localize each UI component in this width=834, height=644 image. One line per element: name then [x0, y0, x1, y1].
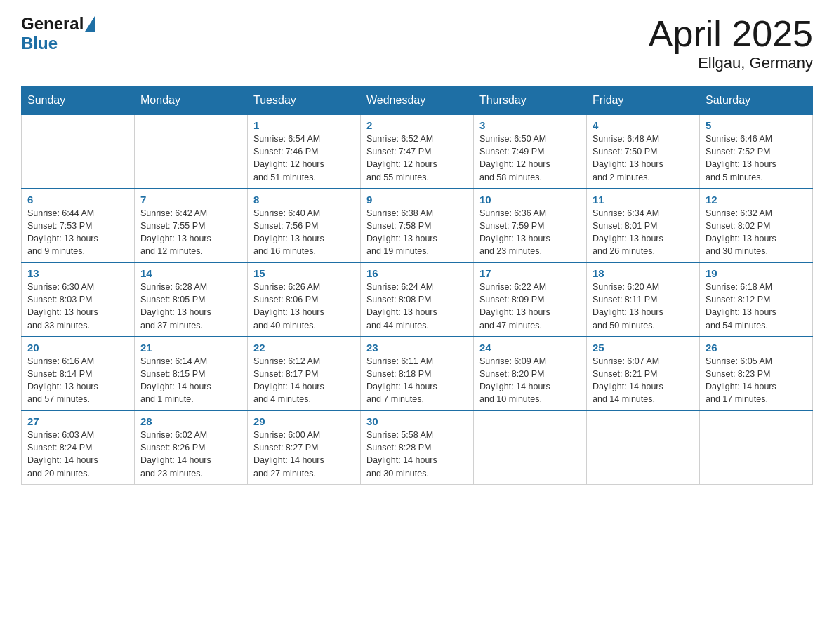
day-number: 3	[479, 119, 581, 131]
calendar-cell: 20Sunrise: 6:16 AM Sunset: 8:14 PM Dayli…	[22, 337, 135, 411]
day-number: 28	[140, 415, 241, 427]
calendar-cell	[587, 410, 700, 484]
page-header: General Blue April 2025 Ellgau, Germany	[21, 14, 813, 72]
day-info: Sunrise: 6:24 AM Sunset: 8:08 PM Dayligh…	[366, 281, 468, 332]
calendar-cell	[474, 410, 587, 484]
calendar-cell: 9Sunrise: 6:38 AM Sunset: 7:58 PM Daylig…	[361, 189, 474, 263]
day-number: 24	[479, 342, 581, 354]
calendar-cell: 23Sunrise: 6:11 AM Sunset: 8:18 PM Dayli…	[361, 337, 474, 411]
week-row-4: 20Sunrise: 6:16 AM Sunset: 8:14 PM Dayli…	[22, 337, 813, 411]
day-info: Sunrise: 6:03 AM Sunset: 8:24 PM Dayligh…	[27, 429, 128, 480]
week-row-1: 1Sunrise: 6:54 AM Sunset: 7:46 PM Daylig…	[22, 114, 813, 189]
calendar-cell: 24Sunrise: 6:09 AM Sunset: 8:20 PM Dayli…	[474, 337, 587, 411]
day-number: 11	[593, 194, 694, 206]
weekday-header-friday: Friday	[587, 87, 700, 115]
day-info: Sunrise: 6:42 AM Sunset: 7:55 PM Dayligh…	[140, 207, 241, 258]
day-info: Sunrise: 6:14 AM Sunset: 8:15 PM Dayligh…	[140, 355, 241, 406]
day-info: Sunrise: 6:07 AM Sunset: 8:21 PM Dayligh…	[593, 355, 694, 406]
week-row-3: 13Sunrise: 6:30 AM Sunset: 8:03 PM Dayli…	[22, 262, 813, 337]
day-number: 22	[253, 342, 355, 354]
day-info: Sunrise: 6:36 AM Sunset: 7:59 PM Dayligh…	[479, 207, 581, 258]
day-info: Sunrise: 6:05 AM Sunset: 8:23 PM Dayligh…	[706, 355, 807, 406]
day-number: 21	[140, 342, 241, 354]
day-number: 15	[253, 267, 355, 279]
calendar-cell: 12Sunrise: 6:32 AM Sunset: 8:02 PM Dayli…	[700, 189, 813, 263]
calendar-cell	[22, 114, 135, 189]
day-number: 17	[479, 267, 581, 279]
weekday-header-thursday: Thursday	[474, 87, 587, 115]
month-title: April 2025	[649, 14, 813, 54]
location-title: Ellgau, Germany	[649, 54, 813, 72]
day-number: 25	[593, 342, 694, 354]
calendar-cell: 3Sunrise: 6:50 AM Sunset: 7:49 PM Daylig…	[474, 114, 587, 189]
day-info: Sunrise: 6:11 AM Sunset: 8:18 PM Dayligh…	[366, 355, 468, 406]
calendar-cell: 28Sunrise: 6:02 AM Sunset: 8:26 PM Dayli…	[135, 410, 248, 484]
weekday-header-wednesday: Wednesday	[361, 87, 474, 115]
calendar-cell: 5Sunrise: 6:46 AM Sunset: 7:52 PM Daylig…	[700, 114, 813, 189]
calendar-cell: 11Sunrise: 6:34 AM Sunset: 8:01 PM Dayli…	[587, 189, 700, 263]
calendar-cell: 27Sunrise: 6:03 AM Sunset: 8:24 PM Dayli…	[22, 410, 135, 484]
day-number: 9	[366, 194, 468, 206]
logo: General Blue	[21, 14, 96, 53]
day-number: 12	[706, 194, 807, 206]
day-number: 18	[593, 267, 694, 279]
day-number: 6	[27, 194, 128, 206]
day-info: Sunrise: 6:48 AM Sunset: 7:50 PM Dayligh…	[593, 133, 694, 184]
calendar-cell: 6Sunrise: 6:44 AM Sunset: 7:53 PM Daylig…	[22, 189, 135, 263]
day-info: Sunrise: 6:16 AM Sunset: 8:14 PM Dayligh…	[27, 355, 128, 406]
day-number: 27	[27, 415, 128, 427]
calendar-cell: 19Sunrise: 6:18 AM Sunset: 8:12 PM Dayli…	[700, 262, 813, 337]
calendar-cell: 26Sunrise: 6:05 AM Sunset: 8:23 PM Dayli…	[700, 337, 813, 411]
day-info: Sunrise: 6:00 AM Sunset: 8:27 PM Dayligh…	[253, 429, 355, 480]
day-info: Sunrise: 6:44 AM Sunset: 7:53 PM Dayligh…	[27, 207, 128, 258]
calendar-cell: 29Sunrise: 6:00 AM Sunset: 8:27 PM Dayli…	[248, 410, 361, 484]
day-info: Sunrise: 6:32 AM Sunset: 8:02 PM Dayligh…	[706, 207, 807, 258]
weekday-header-row: SundayMondayTuesdayWednesdayThursdayFrid…	[22, 87, 813, 115]
calendar-cell: 16Sunrise: 6:24 AM Sunset: 8:08 PM Dayli…	[361, 262, 474, 337]
calendar-cell: 7Sunrise: 6:42 AM Sunset: 7:55 PM Daylig…	[135, 189, 248, 263]
day-info: Sunrise: 5:58 AM Sunset: 8:28 PM Dayligh…	[366, 429, 468, 480]
day-number: 30	[366, 415, 468, 427]
day-info: Sunrise: 6:20 AM Sunset: 8:11 PM Dayligh…	[593, 281, 694, 332]
logo-general-text: General	[21, 14, 84, 34]
calendar-cell: 30Sunrise: 5:58 AM Sunset: 8:28 PM Dayli…	[361, 410, 474, 484]
day-number: 7	[140, 194, 241, 206]
calendar-cell: 14Sunrise: 6:28 AM Sunset: 8:05 PM Dayli…	[135, 262, 248, 337]
calendar-cell: 13Sunrise: 6:30 AM Sunset: 8:03 PM Dayli…	[22, 262, 135, 337]
day-number: 23	[366, 342, 468, 354]
calendar-cell: 10Sunrise: 6:36 AM Sunset: 7:59 PM Dayli…	[474, 189, 587, 263]
day-info: Sunrise: 6:54 AM Sunset: 7:46 PM Dayligh…	[253, 133, 355, 184]
day-info: Sunrise: 6:02 AM Sunset: 8:26 PM Dayligh…	[140, 429, 241, 480]
calendar-cell: 8Sunrise: 6:40 AM Sunset: 7:56 PM Daylig…	[248, 189, 361, 263]
day-info: Sunrise: 6:09 AM Sunset: 8:20 PM Dayligh…	[479, 355, 581, 406]
day-number: 14	[140, 267, 241, 279]
day-number: 5	[706, 119, 807, 131]
weekday-header-monday: Monday	[135, 87, 248, 115]
day-info: Sunrise: 6:52 AM Sunset: 7:47 PM Dayligh…	[366, 133, 468, 184]
week-row-5: 27Sunrise: 6:03 AM Sunset: 8:24 PM Dayli…	[22, 410, 813, 484]
title-block: April 2025 Ellgau, Germany	[649, 14, 813, 72]
calendar-cell: 21Sunrise: 6:14 AM Sunset: 8:15 PM Dayli…	[135, 337, 248, 411]
calendar-cell: 17Sunrise: 6:22 AM Sunset: 8:09 PM Dayli…	[474, 262, 587, 337]
logo-triangle-icon	[85, 16, 95, 32]
day-number: 4	[593, 119, 694, 131]
calendar-cell: 15Sunrise: 6:26 AM Sunset: 8:06 PM Dayli…	[248, 262, 361, 337]
day-info: Sunrise: 6:38 AM Sunset: 7:58 PM Dayligh…	[366, 207, 468, 258]
day-info: Sunrise: 6:26 AM Sunset: 8:06 PM Dayligh…	[253, 281, 355, 332]
day-number: 13	[27, 267, 128, 279]
weekday-header-saturday: Saturday	[700, 87, 813, 115]
calendar-cell: 4Sunrise: 6:48 AM Sunset: 7:50 PM Daylig…	[587, 114, 700, 189]
calendar-cell: 22Sunrise: 6:12 AM Sunset: 8:17 PM Dayli…	[248, 337, 361, 411]
weekday-header-sunday: Sunday	[22, 87, 135, 115]
calendar-cell: 25Sunrise: 6:07 AM Sunset: 8:21 PM Dayli…	[587, 337, 700, 411]
week-row-2: 6Sunrise: 6:44 AM Sunset: 7:53 PM Daylig…	[22, 189, 813, 263]
day-info: Sunrise: 6:12 AM Sunset: 8:17 PM Dayligh…	[253, 355, 355, 406]
day-number: 2	[366, 119, 468, 131]
logo-blue-text: Blue	[21, 34, 58, 53]
day-number: 19	[706, 267, 807, 279]
calendar-cell	[135, 114, 248, 189]
calendar-cell: 18Sunrise: 6:20 AM Sunset: 8:11 PM Dayli…	[587, 262, 700, 337]
day-info: Sunrise: 6:46 AM Sunset: 7:52 PM Dayligh…	[706, 133, 807, 184]
day-info: Sunrise: 6:22 AM Sunset: 8:09 PM Dayligh…	[479, 281, 581, 332]
calendar-cell: 2Sunrise: 6:52 AM Sunset: 7:47 PM Daylig…	[361, 114, 474, 189]
